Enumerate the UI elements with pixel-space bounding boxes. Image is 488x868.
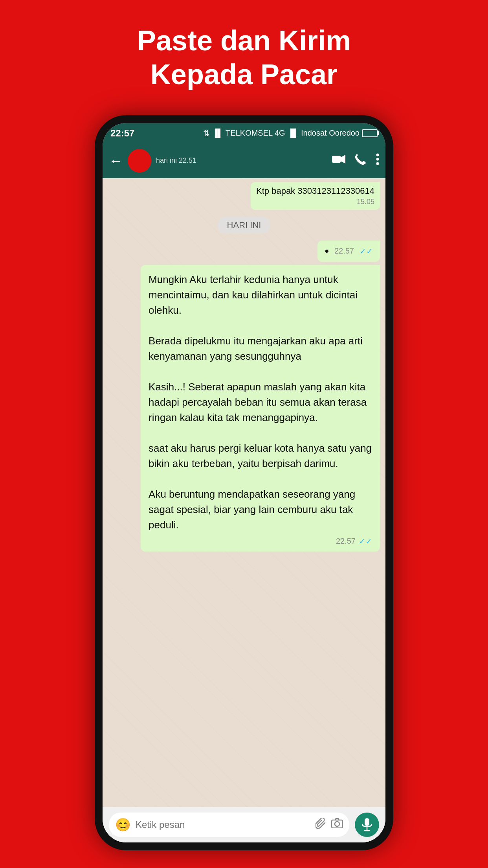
svg-rect-0 (332, 156, 341, 163)
back-button[interactable]: ← (109, 153, 123, 169)
phone-screen: 22:57 ⇅ ▐▌ TELKOMSEL 4G ▐▌ Indosat Oored… (103, 123, 385, 842)
carrier2-signal: ▐▌ (288, 129, 299, 138)
page-title: Paste dan Kirim Kepada Pacar (106, 24, 382, 92)
carrier1-signal: ▐▌ (212, 129, 223, 138)
menu-button[interactable] (376, 153, 379, 168)
video-icon (332, 154, 345, 164)
carrier2-label: Indosat Ooredoo (301, 129, 360, 138)
battery-icon (362, 129, 378, 137)
contact-last-seen: hari ini 22.51 (156, 156, 327, 165)
chat-area: Ktp bapak 3303123112330614 15.05 HARI IN… (103, 178, 385, 807)
svg-point-3 (376, 158, 379, 161)
dot-symbol: • (325, 245, 329, 258)
message-input[interactable] (136, 819, 311, 830)
dot-time: 22.57 (334, 246, 354, 256)
main-message-row: Mungkin Aku terlahir kedunia hanya untuk… (103, 263, 385, 555)
status-time: 22:57 (110, 128, 134, 139)
dot-message-bubble: • 22.57 ✓✓ (317, 241, 380, 262)
input-field-wrap: 😊 (109, 813, 349, 837)
svg-point-2 (376, 154, 379, 156)
mic-button[interactable] (355, 813, 379, 837)
input-bar: 😊 (103, 807, 385, 842)
previous-message-text: Ktp bapak 3303123112330614 (256, 186, 374, 196)
phone-mockup: 22:57 ⇅ ▐▌ TELKOMSEL 4G ▐▌ Indosat Oored… (95, 115, 393, 850)
contact-info: hari ini 22.51 (156, 156, 327, 165)
svg-rect-7 (365, 818, 369, 826)
previous-message-row: Ktp bapak 3303123112330614 15.05 (103, 178, 385, 211)
main-check-icon: ✓✓ (359, 537, 372, 546)
svg-marker-1 (341, 155, 345, 164)
status-right: ⇅ ▐▌ TELKOMSEL 4G ▐▌ Indosat Ooredoo (203, 129, 378, 138)
status-bar: 22:57 ⇅ ▐▌ TELKOMSEL 4G ▐▌ Indosat Oored… (103, 123, 385, 143)
phone-icon (355, 153, 367, 165)
main-message-time: 22.57 (336, 537, 356, 546)
video-call-button[interactable] (332, 154, 345, 167)
avatar (128, 149, 151, 173)
carrier1-label: TELKOMSEL 4G (226, 129, 285, 138)
previous-message-bubble: Ktp bapak 3303123112330614 15.05 (251, 182, 380, 210)
dot-check-icon: ✓✓ (360, 246, 373, 256)
signal-arrows: ⇅ (203, 129, 210, 138)
phone-button[interactable] (355, 153, 367, 168)
day-label-row: HARI INI (103, 211, 385, 239)
day-label: HARI INI (218, 217, 271, 234)
menu-icon (376, 153, 379, 165)
camera-button[interactable] (331, 818, 343, 831)
wa-header: ← hari ini 22.51 (103, 143, 385, 178)
attach-icon (316, 818, 327, 829)
svg-point-4 (376, 162, 379, 165)
svg-point-6 (335, 822, 339, 826)
previous-message-time: 15.05 (256, 198, 374, 206)
emoji-button[interactable]: 😊 (115, 817, 131, 832)
main-message-text: Mungkin Aku terlahir kedunia hanya untuk… (149, 272, 372, 533)
dot-message-row: • 22.57 ✓✓ (103, 239, 385, 263)
main-message-bubble: Mungkin Aku terlahir kedunia hanya untuk… (141, 265, 380, 552)
attach-button[interactable] (316, 818, 327, 831)
main-message-footer: 22.57 ✓✓ (149, 537, 372, 546)
wa-actions (332, 153, 379, 168)
camera-icon (331, 818, 343, 828)
mic-icon (361, 818, 372, 831)
